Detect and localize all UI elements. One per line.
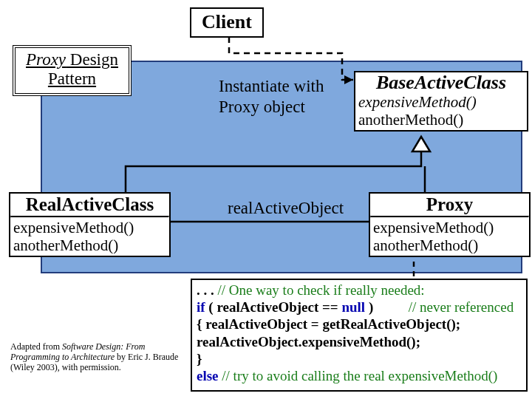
real-op2: anotherMethod()	[13, 236, 166, 254]
pattern-label: Proxy Design Pattern	[13, 45, 132, 96]
proxy-class-title: Proxy	[370, 194, 529, 216]
attribution-text: Adapted from Software Design: From Progr…	[10, 342, 180, 372]
real-class-title: RealActiveClass	[10, 194, 169, 216]
code-note: . . . // One way to check if really need…	[191, 279, 528, 392]
pattern-label-line1: Proxy	[26, 50, 66, 69]
proxy-op1: expensiveMethod()	[373, 219, 526, 236]
instantiate-note: Instantiate with Proxy object	[219, 76, 324, 117]
proxy-op2: anotherMethod()	[373, 236, 526, 254]
client-class-box: Client	[190, 7, 264, 38]
pattern-label-line1b: Design	[66, 50, 118, 69]
base-class-box: BaseActiveClass expensiveMethod() anothe…	[354, 71, 528, 132]
assoc-label: realActiveObject	[228, 198, 344, 219]
base-op1: expensiveMethod()	[358, 93, 524, 111]
base-op2: anotherMethod()	[358, 111, 524, 129]
pattern-label-line2: Pattern	[48, 69, 96, 88]
real-op1: expensiveMethod()	[13, 219, 166, 236]
client-title: Client	[191, 9, 262, 36]
real-class-box: RealActiveClass expensiveMethod() anothe…	[9, 192, 171, 257]
proxy-class-box: Proxy expensiveMethod() anotherMethod()	[369, 192, 531, 257]
base-class-title: BaseActiveClass	[355, 72, 527, 92]
